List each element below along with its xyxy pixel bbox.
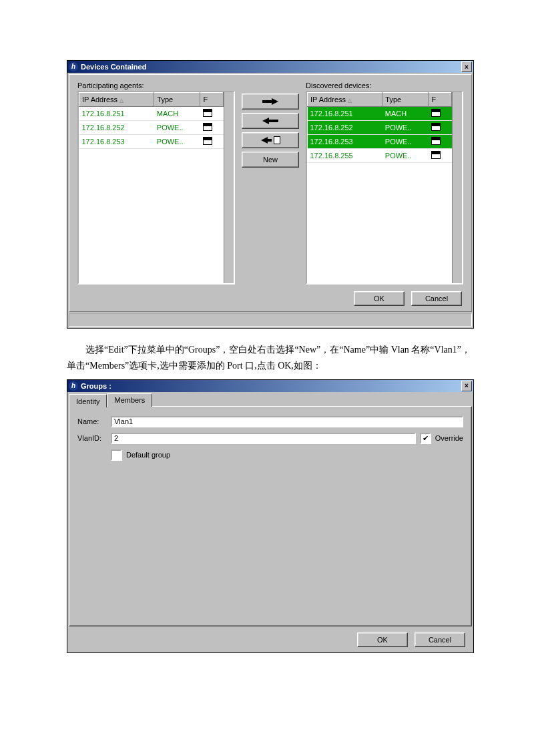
participating-panel: Participating agents: IP Address △ Type …: [77, 81, 235, 285]
device-icon: [431, 137, 441, 145]
vlanid-field[interactable]: [111, 433, 416, 444]
dialog-title: Devices Contained: [81, 63, 461, 71]
ok-button[interactable]: OK: [354, 291, 405, 306]
move-left-copy-button[interactable]: [242, 132, 299, 148]
table-row[interactable]: 172.16.8.251MACH: [79, 107, 224, 121]
override-label: Override: [435, 434, 463, 442]
table-row[interactable]: 172.16.8.255POWE..: [308, 149, 452, 163]
dialog-titlebar: h Groups : ×: [67, 380, 473, 392]
device-icon: [431, 109, 441, 117]
default-group-checkbox[interactable]: [111, 449, 122, 461]
move-right-button[interactable]: [242, 93, 299, 110]
instruction-paragraph: 选择“Edit”下拉菜单中的“Groups”，空白处右击选择“New”，在“Na…: [67, 342, 474, 374]
override-checkbox[interactable]: ✔: [420, 433, 431, 444]
default-group-label: Default group: [126, 451, 170, 459]
cancel-button[interactable]: Cancel: [415, 632, 465, 647]
tab-page-identity: Name: VlanID: ✔ Override Default group: [69, 406, 472, 626]
table-row[interactable]: 172.16.8.251MACH: [308, 107, 452, 121]
col-f[interactable]: F: [200, 93, 224, 107]
groups-dialog: h Groups : × Identity Members Name: Vlan…: [67, 379, 474, 653]
name-label: Name:: [77, 417, 107, 425]
arrow-right-icon: [262, 98, 278, 105]
ok-button[interactable]: OK: [357, 632, 408, 647]
device-icon: [431, 123, 441, 131]
table-row[interactable]: 172.16.8.252POWE..: [308, 121, 452, 135]
status-bar: [69, 313, 472, 327]
col-ip[interactable]: IP Address △: [308, 93, 382, 107]
device-icon: [203, 123, 212, 131]
new-button[interactable]: New: [242, 152, 299, 168]
cancel-button[interactable]: Cancel: [411, 291, 462, 306]
devices-contained-dialog: h Devices Contained × Participating agen…: [67, 60, 474, 329]
name-field[interactable]: [111, 416, 463, 427]
arrow-left-copy-icon: [261, 136, 280, 144]
participating-table[interactable]: IP Address △ Type F 172.16.8.251MACH172.…: [77, 91, 235, 285]
app-icon: h: [69, 62, 78, 71]
tab-members[interactable]: Members: [107, 393, 152, 407]
move-left-button[interactable]: [242, 113, 299, 129]
table-row[interactable]: 172.16.8.252POWE..: [79, 121, 224, 135]
close-icon[interactable]: ×: [461, 61, 472, 72]
device-icon: [203, 109, 212, 117]
col-ip[interactable]: IP Address △: [79, 93, 154, 107]
vlanid-label: VlanID:: [77, 434, 107, 442]
table-header-row: IP Address △ Type F: [308, 93, 452, 107]
dialog-button-row: OK Cancel: [69, 627, 472, 651]
tab-identity[interactable]: Identity: [69, 394, 107, 407]
discovered-table[interactable]: IP Address △ Type F 172.16.8.251MACH172.…: [306, 91, 463, 285]
device-icon: [431, 151, 441, 159]
arrow-left-icon: [262, 118, 278, 124]
close-icon[interactable]: ×: [461, 381, 472, 391]
dialog-content: Participating agents: IP Address △ Type …: [69, 74, 472, 312]
col-f[interactable]: F: [429, 93, 452, 107]
tab-strip: Identity Members: [69, 393, 472, 407]
table-row[interactable]: 172.16.8.253POWE..: [308, 135, 452, 149]
dialog-titlebar: h Devices Contained ×: [67, 61, 473, 73]
discovered-label: Discovered devices:: [306, 81, 463, 89]
table-header-row: IP Address △ Type F: [79, 93, 224, 107]
scrollbar[interactable]: [452, 92, 462, 283]
discovered-panel: Discovered devices: IP Address △ Type F: [306, 81, 463, 285]
dialog-title: Groups :: [81, 382, 461, 390]
participating-label: Participating agents:: [77, 81, 235, 89]
col-type[interactable]: Type: [154, 93, 200, 107]
table-row[interactable]: 172.16.8.253POWE..: [79, 135, 224, 149]
scrollbar[interactable]: [224, 92, 234, 283]
dialog-button-row: OK Cancel: [77, 285, 463, 309]
device-icon: [203, 137, 212, 145]
app-icon: h: [69, 381, 78, 391]
transfer-buttons: New: [242, 81, 299, 168]
col-type[interactable]: Type: [382, 93, 429, 107]
